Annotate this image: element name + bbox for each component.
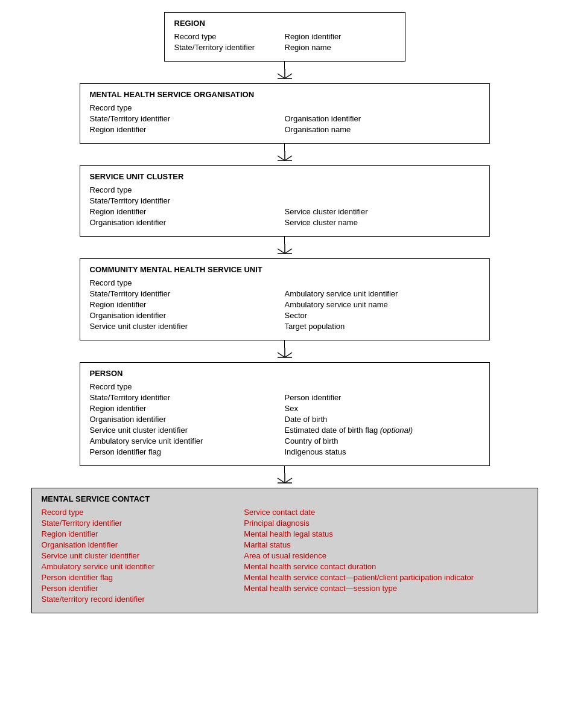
connector-3 [275,237,294,258]
fork-icon-5 [275,473,294,488]
field: Sector [285,310,480,321]
field: Person identifier [285,392,480,403]
svg-line-6 [285,156,292,161]
field [285,382,480,392]
field: Mental health service contact—session ty… [244,583,527,593]
field: State/Territory identifier [90,392,285,403]
field: Service contact date [244,507,527,517]
field: State/territory record identifier [42,594,244,604]
field: State/Territory identifier [90,113,285,124]
field: Ambulatory service unit identifier [90,436,285,446]
entity-region: REGION Record type Region identifier Sta… [164,12,405,62]
field: State/Territory identifier [90,289,285,299]
entity-suc: SERVICE UNIT CLUSTER Record type State/T… [80,165,490,237]
entity-region-title: REGION [174,19,395,28]
field: Mental health service contact duration [244,561,527,572]
svg-line-5 [278,156,285,161]
entity-mhso-title: MENTAL HEALTH SERVICE ORGANISATION [90,90,480,99]
field: Organisation identifier [90,414,285,424]
svg-line-10 [285,249,292,254]
field: Area of usual residence [244,551,527,561]
field: Region identifier [90,124,285,135]
field: Target population [285,321,480,331]
field: Service cluster name [285,217,480,228]
svg-line-14 [285,353,292,357]
field: State/Territory identifier [42,518,244,528]
svg-line-17 [278,478,285,483]
field [285,196,480,206]
entity-suc-fields: Record type State/Territory identifier R… [90,185,480,228]
entity-mhso-fields: Record type State/Territory identifier O… [90,103,480,135]
fork-icon-3 [275,244,294,258]
field: Region name [285,42,395,53]
entity-person-title: PERSON [90,369,480,378]
connector-2 [275,144,294,165]
field: Country of birth [285,436,480,446]
field: Region identifier [90,403,285,413]
entity-suc-title: SERVICE UNIT CLUSTER [90,172,480,181]
svg-line-2 [285,74,292,78]
field: Record type [90,185,285,195]
svg-line-9 [278,249,285,254]
field: Record type [90,103,285,113]
field [285,278,480,288]
field [285,185,480,195]
field: Estimated date of birth flag (optional) [285,425,480,435]
svg-line-18 [285,478,292,483]
field: Region identifier [90,299,285,310]
field: Organisation identifier [90,217,285,228]
field: Region identifier [42,529,244,539]
field: Marital status [244,540,527,550]
entity-person-fields: Record type State/Territory identifier P… [90,382,480,457]
field: Region identifier [90,206,285,217]
field: Indigenous status [285,447,480,457]
field: Mental health legal status [244,529,527,539]
entity-msc-fields: Record type Service contact date State/T… [42,507,528,604]
field: Organisation identifier [285,113,480,124]
field: Sex [285,403,480,413]
entity-person: PERSON Record type State/Territory ident… [80,362,490,466]
field [285,103,480,113]
field: Person identifier flag [90,447,285,457]
field: Ambulatory service unit identifier [42,561,244,572]
fork-icon-1 [275,69,294,83]
field: State/Territory identifier [174,42,285,53]
fork-icon-4 [275,348,294,362]
field: State/Territory identifier [90,196,285,206]
fork-icon-2 [275,151,294,165]
field: Organisation name [285,124,480,135]
field: Record type [90,382,285,392]
field: Ambulatory service unit name [285,299,480,310]
svg-line-13 [278,353,285,357]
field: Record type [90,278,285,288]
field: Service unit cluster identifier [42,551,244,561]
field: Organisation identifier [42,540,244,550]
entity-msc: MENTAL SERVICE CONTACT Record type Servi… [31,488,538,613]
field: Region identifier [285,31,395,42]
field: Mental health service contact—patient/cl… [244,572,527,583]
field: Principal diagnosis [244,518,527,528]
field: Person identifier flag [42,572,244,583]
field: Organisation identifier [90,310,285,321]
entity-mhso: MENTAL HEALTH SERVICE ORGANISATION Recor… [80,83,490,144]
field: Record type [174,31,285,42]
entity-cmhsu-fields: Record type State/Territory identifier A… [90,278,480,331]
connector-4 [275,340,294,362]
field: Person identifier [42,583,244,593]
entity-region-fields: Record type Region identifier State/Terr… [174,31,395,53]
field: Service cluster identifier [285,206,480,217]
field: Date of birth [285,414,480,424]
field [244,594,527,604]
svg-line-1 [278,74,285,78]
field: Service unit cluster identifier [90,321,285,331]
field: Record type [42,507,244,517]
entity-cmhsu: COMMUNITY MENTAL HEALTH SERVICE UNIT Rec… [80,258,490,340]
connector-1 [275,62,294,83]
entity-msc-title: MENTAL SERVICE CONTACT [42,494,528,503]
diagram-container: REGION Record type Region identifier Sta… [24,12,545,613]
field: Service unit cluster identifier [90,425,285,435]
connector-5 [275,466,294,488]
field: Ambulatory service unit identifier [285,289,480,299]
entity-cmhsu-title: COMMUNITY MENTAL HEALTH SERVICE UNIT [90,265,480,274]
